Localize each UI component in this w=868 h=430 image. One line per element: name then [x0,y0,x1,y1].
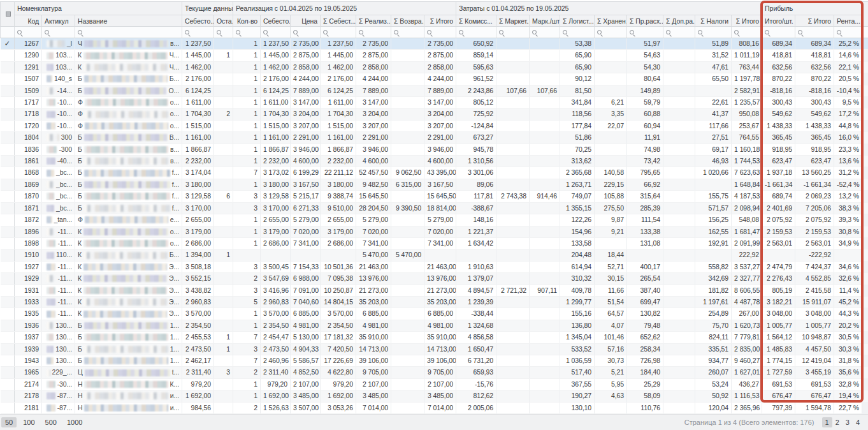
table-row[interactable]: 1935-11...КЭ...3 570,0013 570,006 885,00… [1,308,868,320]
column-header-20[interactable]: Σ Налоги [695,15,732,27]
filter-cell-23[interactable] [795,27,834,38]
filter-cell-11[interactable] [391,27,424,38]
row-checkbox[interactable] [1,144,15,155]
column-header-16[interactable]: Σ Логист... [560,15,595,27]
page-size-500[interactable]: 500 [41,417,61,427]
filter-cell-4[interactable] [182,27,214,38]
filter-cell-24[interactable] [834,27,862,38]
table-row[interactable]: 1898-11...Ко...2 686,0012 686,007 341,00… [1,237,868,249]
row-checkbox[interactable] [1,402,15,413]
table-row[interactable]: 1718-10...Фо...1 704,30211 704,303 204,0… [1,108,868,120]
column-header-13[interactable]: Σ Комисс... [456,15,496,27]
table-row[interactable]: 1861-40...Бв...2 232,0012 232,004 600,00… [1,156,868,167]
column-header-4[interactable]: Себесто... [182,15,214,27]
filter-cell-17[interactable] [595,27,627,38]
table-row[interactable]: 1720-10...Фо...1 515,0011 515,003 207,00… [1,120,868,131]
search-icon[interactable] [263,30,270,36]
table-row[interactable]: 1836-300Бв...1 866,8711 866,873 946,001 … [1,144,868,155]
filter-cell-9[interactable] [321,27,356,38]
page-button-1[interactable]: 1 [822,417,832,427]
column-header-23[interactable]: Σ Итого [795,15,834,27]
column-header-1[interactable]: Код [15,15,42,27]
table-row[interactable]: 1927-11...КЭ...3 508,1833 500,457 154,33… [1,261,868,272]
column-header-10[interactable]: Σ Реализ... [356,15,391,27]
column-header-15[interactable]: Марк./шт [530,15,560,27]
filter-cell-20[interactable] [695,27,732,38]
search-icon[interactable] [45,30,51,36]
column-header-17[interactable]: Σ Хранен... [595,15,627,27]
row-checkbox[interactable] [1,108,15,120]
filter-cell-8[interactable] [291,27,321,38]
column-header-6[interactable]: Кол-во [233,15,261,27]
table-row[interactable]: 1871_bc...Бf...3 170,0033 170,006 271,33… [1,202,868,214]
page-button-3[interactable]: 3 [843,417,853,427]
row-checkbox[interactable] [1,85,15,96]
search-icon[interactable] [323,30,329,36]
filter-cell-16[interactable] [560,27,595,38]
row-checkbox[interactable] [1,50,15,61]
column-header-2[interactable]: Актикул [42,15,75,27]
search-icon[interactable] [185,30,191,36]
search-icon[interactable] [734,30,741,36]
row-checkbox[interactable] [1,156,15,167]
filter-cell-12[interactable] [424,27,456,38]
column-header-18[interactable]: Σ Пр.расх... [627,15,663,27]
search-icon[interactable] [459,30,465,36]
search-icon[interactable] [765,30,771,36]
search-icon[interactable] [532,30,539,36]
column-header-3[interactable]: Название [75,15,182,27]
search-icon[interactable] [563,30,569,36]
table-row[interactable]: 1936130...Б1...2 354,5012 354,504 981,00… [1,320,868,331]
table-row[interactable]: 1717-10...Фо...1 611,0011 611,003 147,00… [1,97,868,108]
search-icon[interactable] [78,30,84,36]
row-checkbox[interactable] [1,320,15,331]
filter-cell-13[interactable] [456,27,496,38]
row-checkbox[interactable] [1,226,15,237]
filter-cell-19[interactable] [663,27,695,38]
page-size-1000[interactable]: 1000 [63,417,86,427]
row-checkbox[interactable] [1,61,15,73]
table-row[interactable]: 2181-87...Ни...984,5621 526,633 507,003 … [1,402,868,413]
filter-cell-22[interactable] [762,27,795,38]
search-icon[interactable] [666,30,672,36]
column-header-12[interactable]: Σ Итого [424,15,456,27]
column-header-7[interactable]: Себесто... [261,15,291,27]
search-icon[interactable] [837,30,843,36]
filter-cell-3[interactable] [75,27,182,38]
search-icon[interactable] [798,30,804,36]
filter-cell-15[interactable] [530,27,560,38]
search-icon[interactable] [394,30,400,36]
row-checkbox[interactable] [1,273,15,285]
row-checkbox[interactable] [1,378,15,390]
row-checkbox[interactable] [1,367,15,378]
column-header-5[interactable]: Оста... [214,15,233,27]
row-checkbox[interactable] [1,97,15,108]
filter-cell-6[interactable] [233,27,261,38]
page-size-100[interactable]: 100 [19,417,38,427]
row-checkbox[interactable] [1,167,15,179]
search-icon[interactable] [698,30,704,36]
search-icon[interactable] [17,30,24,36]
table-row[interactable]: ✓1267_lЧв...1 237,5011 237,502 735,001 2… [1,38,868,50]
page-size-50[interactable]: 50 [1,417,17,427]
column-header-8[interactable]: Цена [291,15,321,27]
row-checkbox[interactable] [1,132,15,144]
page-button-2[interactable]: 2 [832,417,843,427]
search-icon[interactable] [359,30,365,36]
table-row[interactable]: 1804300БВ...1 161,0011 161,002 291,001 1… [1,132,868,144]
table-row[interactable]: 1870_bc...Бf...3 129,58633 129,585 215,1… [1,191,868,202]
table-row[interactable]: 1943130...Б1...2 462,1772 460,965 586,57… [1,355,868,366]
table-row[interactable]: 1509-14...БО...6 124,2516 124,257 889,00… [1,85,868,96]
row-checkbox[interactable] [1,296,15,308]
row-checkbox[interactable]: ✓ [1,38,15,50]
column-header-9[interactable]: Σ Себест... [321,15,356,27]
filter-cell-2[interactable] [42,27,75,38]
filter-cell-21[interactable] [732,27,762,38]
column-header-24[interactable]: Рента... [834,15,862,27]
row-checkbox[interactable] [1,179,15,190]
row-checkbox[interactable] [1,308,15,320]
row-checkbox[interactable] [1,120,15,131]
column-header-14[interactable]: Σ Маркет... [496,15,530,27]
search-icon[interactable] [236,30,242,36]
row-checkbox[interactable] [1,249,15,261]
